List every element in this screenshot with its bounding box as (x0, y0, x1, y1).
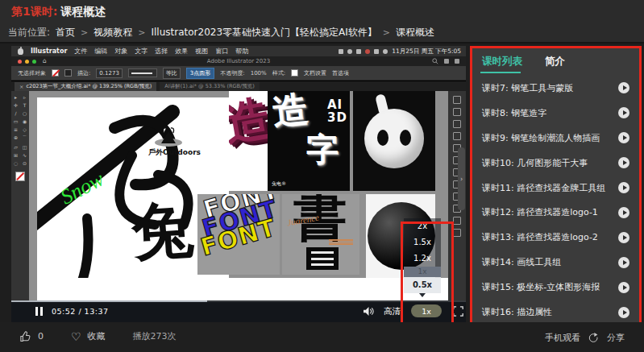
no-selection-label: 无选择对象 (18, 69, 46, 77)
app-titlebar: ⌂ Adobe Illustrator 2023 (11, 56, 466, 66)
play-icon[interactable] (618, 257, 629, 268)
rabbit-character: 兔 (130, 198, 195, 263)
stroke-style-preview[interactable] (128, 68, 157, 77)
tab-intro[interactable]: 简介 (545, 55, 565, 73)
shu-grille (306, 247, 339, 270)
fill-none-swatch[interactable] (52, 69, 59, 77)
menubar-clock: 11月25日 周五 下午5:05 (392, 48, 461, 56)
lesson-item-8[interactable]: 课时8: 钢笔造字 (472, 101, 639, 126)
profile-dropdown[interactable]: 等比 (163, 68, 181, 79)
breadcrumb-videos[interactable]: 视频教程 (93, 26, 132, 39)
document-tabs: × c2023第一节_大概介绍.ai* @ 139.25% (RGB/预览) A… (11, 81, 466, 91)
menu-object: 对象 (114, 47, 127, 56)
tab-lesson-list[interactable]: 课时列表 (482, 55, 522, 73)
thumbs-up-icon[interactable] (19, 330, 31, 342)
video-player[interactable]: Illustrator 文件 编辑 对象 文字 选择 效果 视图 窗口 帮助 1… (11, 46, 466, 322)
apple-icon (18, 48, 23, 55)
play-icon[interactable] (618, 107, 629, 118)
play-icon[interactable] (618, 282, 629, 293)
lesson-item-16[interactable]: 课时16: 描边属性 (472, 300, 639, 325)
speed-option-1x-selected[interactable]: 1x (404, 267, 441, 277)
sidebar-collapse-handle[interactable]: › (458, 147, 465, 210)
close-tab-icon[interactable]: × (19, 84, 23, 90)
breadcrumb-course[interactable]: Illustrator2023零基础快速入门【轻松搞定AI软件】 (151, 26, 376, 39)
share-label[interactable]: 分享 (607, 332, 625, 344)
workspace: ▸▹✛T∕○ ▭◉≡◇⊕⌒ ▱◫⊞∿◌⊙ Snow 兔 (11, 91, 466, 300)
lesson-item-11[interactable]: 课时11: 路径查找器金牌工具组 (472, 176, 639, 201)
speed-option-1-2x[interactable]: 1.2x (404, 251, 441, 267)
tools-panel[interactable]: ▸▹✛T∕○ ▭◉≡◇⊕⌒ ▱◫⊞∿◌⊙ (11, 91, 29, 304)
speed-button[interactable]: 1x (411, 304, 442, 317)
breadcrumb-label: 当前位置: (8, 26, 50, 39)
quality-button[interactable]: 高清 (384, 306, 401, 317)
opacity-value[interactable]: 100% (251, 70, 267, 77)
breadcrumb-current: 课程概述 (396, 26, 434, 39)
speed-option-1-5x[interactable]: 1.5x (404, 234, 441, 251)
share-icon[interactable] (588, 333, 599, 343)
play-count: 播放273次 (133, 330, 177, 342)
mobile-view-link[interactable]: 手机观看 (545, 332, 580, 344)
stroke-weight-field[interactable]: 0.1273 (96, 68, 123, 78)
lesson-item-9[interactable]: 课时9: 钢笔绘制潮流人物插画 (472, 126, 639, 151)
time-display: 05:52 / 13:37 (52, 307, 109, 316)
play-icon[interactable] (618, 307, 629, 318)
menu-illustrator: Illustrator (31, 48, 67, 55)
style-swatch[interactable] (291, 69, 298, 77)
progress-bar[interactable] (11, 300, 466, 302)
play-icon[interactable] (618, 182, 629, 193)
favorite-label[interactable]: 收藏 (88, 330, 106, 342)
options-bar: 无选择对象 描边: 0.1273 等比 3点圆形 不透明度: 100% 样式: … (11, 66, 466, 81)
play-icon[interactable] (618, 82, 629, 93)
play-icon[interactable] (618, 157, 629, 168)
maroon-3d-character: 造 (229, 93, 268, 147)
canvas-bottom-white (37, 278, 448, 300)
speed-option-2x[interactable]: 2x (404, 218, 441, 234)
breadcrumb-separator: > (138, 27, 145, 38)
play-icon[interactable] (618, 132, 629, 143)
lesson-list: 课时7: 钢笔工具与蒙版 课时8: 钢笔造字 课时9: 钢笔绘制潮流人物插画 课… (472, 76, 639, 325)
stroke-label: 描边: (77, 69, 90, 77)
menu-effect: 效果 (175, 47, 188, 56)
poster-brand: 兔电® (272, 180, 286, 188)
menu-window: 窗口 (215, 47, 228, 56)
lesson-item-14[interactable]: 课时14: 画线工具组 (472, 250, 639, 275)
poster-shu: 書 Juarence (282, 194, 359, 275)
fullscreen-icon[interactable] (453, 306, 463, 317)
fill-stroke-swatch[interactable] (15, 172, 25, 181)
favorite-icon[interactable]: ♡ (71, 332, 81, 342)
lesson-item-15[interactable]: 课时15: 极坐标-立体图形海报 (472, 275, 639, 300)
footer-right: 手机观看 分享 (545, 332, 625, 344)
speed-option-0-5x[interactable]: 0.5x (404, 277, 441, 293)
menu-edit: 编辑 (94, 47, 107, 56)
lesson-number: 第1课时: (11, 5, 57, 18)
menu-file: 文件 (74, 47, 87, 56)
footer-left: 0 ♡ 收藏 播放273次 (19, 330, 177, 342)
play-icon[interactable] (618, 207, 629, 218)
volume-icon[interactable] (363, 306, 375, 317)
lesson-item-10[interactable]: 课时10: 几何图形能干大事 (472, 151, 639, 176)
document-tab-inactive[interactable]: AI讲解(1).ai* @ 53.33% (RGB/预览) (160, 82, 259, 91)
document-tab-active[interactable]: × c2023第一节_大概介绍.ai* @ 139.25% (RGB/预览) (15, 82, 156, 91)
play-icon[interactable] (618, 232, 629, 243)
lesson-item-7[interactable]: 课时7: 钢笔工具与蒙版 (472, 76, 639, 101)
poster-font-3d: FONT FONT FONT (197, 194, 280, 275)
stroke-swatch[interactable] (64, 69, 72, 77)
poster-bunny (353, 91, 435, 191)
canvas[interactable]: Snow 兔 戶外Outdoors 造 造 字 (29, 91, 448, 300)
pause-button[interactable] (35, 307, 43, 316)
lesson-item-13[interactable]: 课时13: 路径查找器造logo-2 (472, 225, 639, 250)
page-title: 第1课时:课程概述 (11, 5, 106, 19)
brush-dropdown[interactable]: 3点圆形 (186, 68, 214, 79)
preferences-button[interactable]: 首选项 (332, 69, 349, 77)
breadcrumb-home[interactable]: 首页 (56, 26, 75, 39)
ai-3d-label: AI3D (327, 99, 347, 125)
document-setup-button[interactable]: 文档设置 (304, 69, 326, 77)
playback-speed-menu: 2x 1.5x 1.2x 1x 0.5x (404, 218, 441, 300)
top-bar: 第1课时:课程概述 当前位置: 首页 > 视频教程 > Illustrator2… (0, 0, 644, 43)
style-label: 样式: (272, 69, 285, 77)
player-controls: 05:52 / 13:37 高清 1x (11, 300, 466, 322)
app-title: Adobe Illustrator 2023 (11, 58, 466, 64)
lesson-item-12[interactable]: 课时12: 路径查找器造logo-1 (472, 201, 639, 226)
outdoors-logo-icon (150, 126, 187, 147)
opacity-label: 不透明度: (220, 69, 244, 77)
